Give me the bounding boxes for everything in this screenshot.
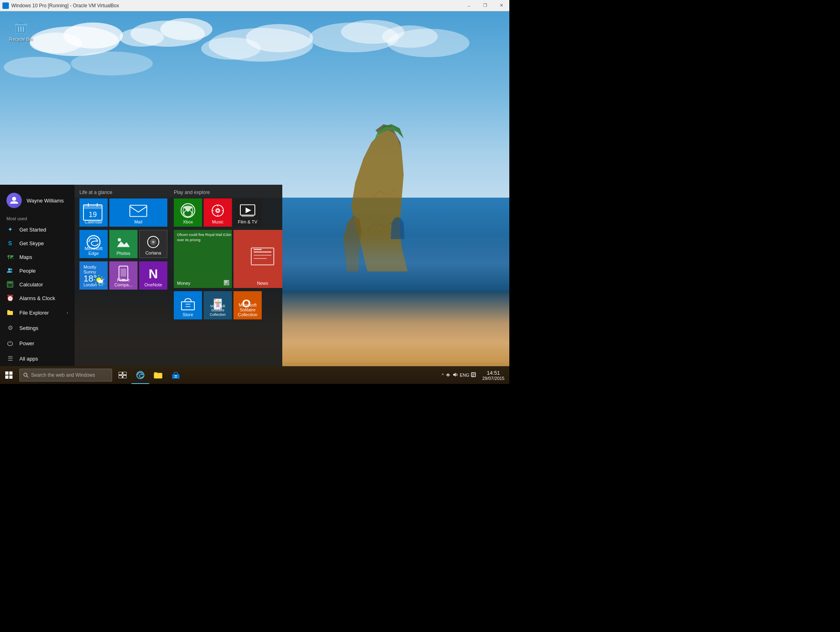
start-menu-tiles-panel: Life at a glance (75, 185, 282, 366)
task-view-button[interactable] (114, 366, 131, 384)
calendar-tile[interactable]: 19 Calendar (79, 198, 108, 227)
store-tile[interactable]: Store (174, 291, 202, 319)
tray-expand-button[interactable]: ^ (442, 373, 444, 378)
vm-titlebar: Windows 10 Pro [Running] - Oracle VM Vir… (0, 0, 509, 11)
tray-clock[interactable]: 14:51 29/07/2015 (479, 370, 508, 381)
recycle-bin-desktop-icon[interactable]: Recycle Bin (5, 19, 37, 42)
file-explorer-nav-label: File Explorer (19, 310, 49, 316)
solitaire-tile[interactable]: 🃏 Microsoft Solitaire Collection (204, 291, 232, 319)
news-label: News (233, 281, 282, 286)
get-started-icon: ✦ (6, 226, 14, 233)
svg-rect-84 (123, 375, 127, 378)
filmtv-tile[interactable]: Film & TV (233, 198, 262, 227)
network-icon (445, 372, 451, 377)
tray-time-display: 14:51 (487, 370, 500, 376)
photos-tile[interactable]: Photos (109, 230, 138, 258)
sidebar-item-calculator[interactable]: Calculator (0, 277, 75, 291)
filmtv-label: Film & TV (233, 219, 262, 224)
settings-nav-label: Settings (19, 325, 38, 331)
xbox-label: Xbox (174, 219, 202, 224)
get-skype-label: Get Skype (19, 240, 44, 246)
file-explorer-nav-icon (6, 309, 14, 316)
file-explorer-taskbar-icon (154, 371, 163, 379)
file-explorer-nav-item[interactable]: File Explorer › (0, 305, 75, 320)
svg-point-23 (10, 269, 13, 271)
taskbar-edge-button[interactable] (131, 366, 149, 384)
vm-title: Windows 10 Pro [Running] - Oracle VM Vir… (11, 3, 461, 8)
cortana-tile[interactable]: Cortana (139, 230, 167, 258)
start-button[interactable] (0, 366, 18, 384)
phone-companion-tile[interactable]: Phone Compa... (109, 261, 138, 290)
svg-rect-66 (251, 248, 274, 265)
taskbar-pinned-apps (131, 366, 185, 384)
tiles-row-3: Mostly Sunny 18° 19° 13° (79, 261, 167, 290)
music-label: Music (204, 219, 232, 224)
life-at-a-glance-section: Life at a glance (79, 190, 167, 321)
recycle-bin-label: Recycle Bin (9, 36, 33, 42)
svg-point-43 (152, 241, 154, 243)
all-apps-nav-label: All apps (19, 356, 38, 362)
vm-minimize-button[interactable]: – (461, 0, 477, 11)
all-apps-nav-item[interactable]: ☰ All apps (0, 351, 75, 366)
maps-label: Maps (19, 254, 32, 260)
tray-action-center-icon[interactable] (471, 372, 476, 378)
sidebar-item-alarms[interactable]: ⏰ Alarms & Clock (0, 291, 75, 305)
money-icon: 📊 (223, 280, 229, 286)
tray-volume-icon[interactable] (452, 372, 458, 379)
svg-rect-34 (83, 205, 102, 209)
most-used-section-label: Most used (0, 213, 75, 223)
microsoft-edge-tile[interactable]: Microsoft Edge (79, 230, 108, 258)
onenote-label: OneNote (139, 282, 167, 287)
xbox-tile[interactable]: Xbox (174, 198, 202, 227)
get-office-tile[interactable]: O Microsoft Solitaire Collection (233, 291, 262, 319)
power-nav-item[interactable]: Power (0, 336, 75, 351)
onenote-tile[interactable]: N OneNote (139, 261, 167, 290)
news-tile[interactable]: News (233, 230, 282, 288)
play-and-explore-section: Play and explore (174, 190, 282, 321)
sidebar-item-get-started[interactable]: ✦ Get Started (0, 223, 75, 236)
music-tile[interactable]: Music (204, 198, 232, 227)
start-menu-user-profile[interactable]: Wayne Williams (0, 188, 75, 213)
taskbar-search-box[interactable]: Search the web and Windows (19, 369, 112, 382)
username-label: Wayne Williams (27, 198, 64, 204)
svg-rect-65 (242, 216, 254, 217)
taskbar-file-explorer-button[interactable] (149, 366, 167, 384)
weather-condition: Mostly Sunny (83, 265, 108, 274)
svg-rect-78 (9, 375, 13, 379)
vm-restore-button[interactable]: ❐ (477, 0, 493, 11)
mail-tile[interactable]: Mail (109, 198, 167, 227)
sidebar-item-get-skype[interactable]: S Get Skype (0, 236, 75, 250)
all-apps-nav-icon: ☰ (6, 355, 14, 362)
taskbar: Search the web and Windows (0, 366, 509, 384)
sidebar-item-people[interactable]: People (0, 264, 75, 277)
svg-point-40 (118, 238, 121, 242)
solitaire-label: Microsoft Solitaire Collection (204, 304, 232, 317)
tray-language-label[interactable]: ENG (460, 373, 469, 378)
svg-rect-87 (172, 374, 179, 379)
calendar-tile-label: Calendar (79, 219, 108, 224)
file-explorer-arrow: › (67, 310, 68, 315)
weather-tile[interactable]: Mostly Sunny 18° 19° 13° (79, 261, 108, 290)
money-tile[interactable]: Ofcom could fine Royal Mail £1bn over it… (174, 230, 232, 288)
life-at-a-glance-title: Life at a glance (79, 190, 167, 195)
play-tiles-row-2: Ofcom could fine Royal Mail £1bn over it… (174, 230, 282, 288)
svg-rect-71 (181, 302, 194, 310)
svg-point-55 (100, 280, 103, 282)
power-nav-label: Power (19, 340, 34, 346)
user-avatar (6, 193, 22, 208)
skype-icon: S (6, 240, 14, 247)
svg-rect-38 (130, 205, 147, 217)
settings-nav-item[interactable]: ⚙ Settings (0, 320, 75, 336)
get-started-label: Get Started (19, 227, 46, 233)
sidebar-item-maps[interactable]: 🗺 Maps (0, 250, 75, 264)
mail-tile-label: Mail (109, 219, 167, 224)
people-icon (6, 267, 14, 274)
store-label: Store (174, 312, 202, 317)
tray-network-icon[interactable] (445, 372, 451, 378)
vm-close-button[interactable]: ✕ (493, 0, 509, 11)
life-at-a-glance-tiles: 19 Calendar (79, 198, 167, 291)
taskbar-store-button[interactable] (167, 366, 185, 384)
svg-rect-81 (119, 372, 122, 375)
tiles-row-2: Microsoft Edge Photos (79, 230, 167, 258)
tray-icons-group: ^ ENG (439, 372, 478, 379)
